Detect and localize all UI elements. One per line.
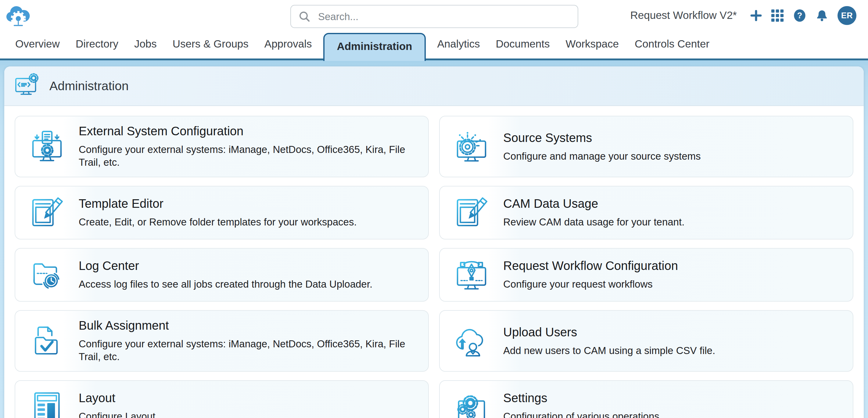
layout-icon <box>15 389 79 418</box>
card-title: Layout <box>79 391 158 405</box>
search-box <box>290 5 578 28</box>
card-layout[interactable]: LayoutConfigure Layout. <box>14 380 429 418</box>
card-title: Log Center <box>79 259 372 273</box>
card-title: Upload Users <box>503 325 715 339</box>
card-title: Bulk Assignment <box>79 319 411 333</box>
card-title: Template Editor <box>79 197 357 211</box>
card-description: Configure your external systems: iManage… <box>79 143 411 169</box>
card-text: CAM Data UsageReview CAM data usage for … <box>503 189 702 236</box>
card-description: Configure your external systems: iManage… <box>79 338 411 363</box>
card-description: Configuration of various operations. <box>503 410 662 418</box>
user-avatar[interactable]: ER <box>837 6 857 25</box>
tab-analytics[interactable]: Analytics <box>429 38 488 59</box>
card-title: Request Workflow Configuration <box>503 259 678 273</box>
card-description: Access log files to see all jobs created… <box>79 278 372 291</box>
tab-documents[interactable]: Documents <box>488 38 558 59</box>
plus-icon <box>750 9 762 21</box>
apps-grid-icon <box>771 9 784 22</box>
workflow-version-label[interactable]: Request Workflow V2* <box>630 9 737 22</box>
nav-tabs: OverviewDirectoryJobsUsers & GroupsAppro… <box>0 31 868 60</box>
card-text: Bulk AssignmentConfigure your external s… <box>79 311 428 371</box>
template-editor-icon <box>15 195 79 231</box>
card-title: External System Configuration <box>79 124 411 138</box>
card-request-workflow-configuration[interactable]: Request Workflow ConfigurationConfigure … <box>439 248 854 302</box>
search-input[interactable] <box>317 10 570 23</box>
external-system-configuration-icon <box>15 128 79 165</box>
settings-icon <box>440 389 503 418</box>
card-settings[interactable]: SettingsConfiguration of various operati… <box>439 380 854 418</box>
source-systems-icon <box>440 128 503 165</box>
card-source-systems[interactable]: Source SystemsConfigure and manage your … <box>439 116 854 177</box>
card-text: Template EditorCreate, Edit, or Remove f… <box>79 189 374 236</box>
bulk-assignment-icon <box>15 323 79 359</box>
tab-workspace[interactable]: Workspace <box>558 38 627 59</box>
topbar: Request Workflow V2* ? <box>0 0 868 31</box>
notifications-button[interactable] <box>815 9 828 22</box>
upload-users-icon <box>440 323 503 359</box>
cam-data-usage-icon <box>440 195 503 231</box>
card-text: LayoutConfigure Layout. <box>79 383 175 418</box>
question-mark-icon: ? <box>793 8 806 22</box>
cloud-gear-logo-icon <box>5 2 32 29</box>
card-title: Settings <box>503 391 662 405</box>
tab-approvals[interactable]: Approvals <box>256 38 320 59</box>
log-center-icon <box>15 256 79 293</box>
administration-panel: Administration External System Configura… <box>4 66 864 418</box>
card-text: SettingsConfiguration of various operati… <box>503 383 679 418</box>
help-button[interactable]: ? <box>793 8 806 22</box>
card-log-center[interactable]: Log CenterAccess log files to see all jo… <box>14 248 429 302</box>
administration-monitor-gear-icon <box>13 73 41 99</box>
search-icon <box>298 10 311 23</box>
tab-jobs[interactable]: Jobs <box>126 38 165 59</box>
request-workflow-configuration-icon <box>440 256 503 293</box>
content-background: Administration External System Configura… <box>0 60 868 418</box>
card-bulk-assignment[interactable]: Bulk AssignmentConfigure your external s… <box>14 310 429 372</box>
card-cam-data-usage[interactable]: CAM Data UsageReview CAM data usage for … <box>439 186 854 240</box>
tab-administration[interactable]: Administration <box>323 33 426 61</box>
card-description: Configure and manage your source systems <box>503 149 701 162</box>
app-logo[interactable] <box>5 2 32 29</box>
tab-users-groups[interactable]: Users & Groups <box>165 38 256 59</box>
card-title: CAM Data Usage <box>503 197 684 211</box>
card-external-system-configuration[interactable]: External System ConfigurationConfigure y… <box>14 116 429 177</box>
svg-text:?: ? <box>797 10 802 20</box>
add-button[interactable] <box>750 9 762 21</box>
card-text: External System ConfigurationConfigure y… <box>79 116 428 177</box>
panel-header: Administration <box>4 66 864 106</box>
card-description: Create, Edit, or Remove folder templates… <box>79 216 357 229</box>
page-title: Administration <box>50 79 129 93</box>
tab-directory[interactable]: Directory <box>68 38 126 59</box>
card-grid: External System ConfigurationConfigure y… <box>4 106 864 418</box>
bell-icon <box>815 9 828 22</box>
card-text: Source SystemsConfigure and manage your … <box>503 123 718 170</box>
tab-controls-center[interactable]: Controls Center <box>627 38 717 59</box>
card-template-editor[interactable]: Template EditorCreate, Edit, or Remove f… <box>14 186 429 240</box>
topbar-right-cluster: Request Workflow V2* ? <box>630 0 857 31</box>
card-description: Review CAM data usage for your tenant. <box>503 216 684 229</box>
card-text: Upload UsersAdd new users to CAM using a… <box>503 317 732 365</box>
card-text: Log CenterAccess log files to see all jo… <box>79 251 390 299</box>
tab-overview[interactable]: Overview <box>7 38 68 59</box>
app-root: Request Workflow V2* ? <box>0 0 868 418</box>
card-description: Configure your request workflows <box>503 278 678 291</box>
card-description: Configure Layout. <box>79 410 158 418</box>
card-title: Source Systems <box>503 131 701 145</box>
apps-button[interactable] <box>771 9 784 22</box>
card-upload-users[interactable]: Upload UsersAdd new users to CAM using a… <box>439 310 854 372</box>
card-text: Request Workflow ConfigurationConfigure … <box>503 251 695 299</box>
card-description: Add new users to CAM using a simple CSV … <box>503 344 715 357</box>
